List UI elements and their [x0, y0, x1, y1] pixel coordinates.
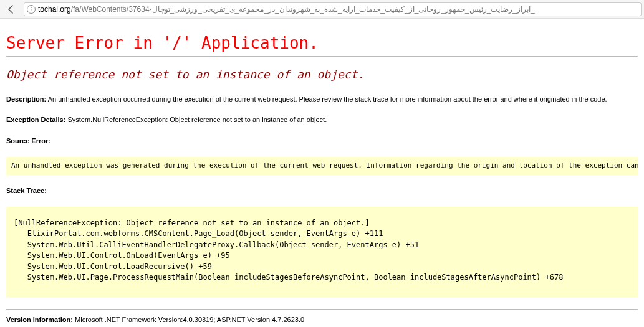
browser-toolbar: i tochal.org/fa/WebContents/37634-ابراز_…	[0, 0, 644, 19]
back-button[interactable]	[2, 2, 20, 17]
source-error-box: An unhandled exception was generated dur…	[6, 157, 638, 175]
url-domain: tochal.org	[38, 5, 71, 14]
exception-details-text: System.NullReferenceException: Object re…	[65, 116, 327, 123]
stack-trace-section: Stack Trace:	[6, 186, 638, 196]
version-info: Version Information: Microsoft .NET Fram…	[6, 316, 638, 323]
stack-trace-box: [NullReferenceException: Object referenc…	[6, 207, 638, 298]
divider	[6, 309, 638, 310]
description-label: Description:	[6, 95, 46, 103]
url-path: /fa/WebContents/37634-ابراز_رضایت_رئیس_ج…	[71, 5, 535, 14]
description-text: An unhandled exception occurred during t…	[46, 95, 607, 103]
error-heading: Server Error in '/' Application.	[6, 34, 638, 52]
source-error-label: Source Error:	[6, 137, 50, 145]
site-info-icon[interactable]: i	[27, 5, 36, 14]
exception-details-label: Exception Details:	[6, 116, 65, 123]
stack-trace-label: Stack Trace:	[6, 187, 47, 194]
back-arrow-icon	[6, 4, 16, 14]
error-subheading: Object reference not set to an instance …	[6, 68, 638, 81]
divider	[6, 56, 638, 57]
exception-details-section: Exception Details: System.NullReferenceE…	[6, 115, 638, 125]
version-text: Microsoft .NET Framework Version:4.0.303…	[73, 316, 304, 323]
url-bar[interactable]: i tochal.org/fa/WebContents/37634-ابراز_…	[24, 2, 642, 16]
description-section: Description: An unhandled exception occu…	[6, 95, 638, 104]
version-label: Version Information:	[6, 316, 73, 323]
source-error-section: Source Error:	[6, 136, 638, 146]
page-content: Server Error in '/' Application. Object …	[0, 19, 644, 327]
